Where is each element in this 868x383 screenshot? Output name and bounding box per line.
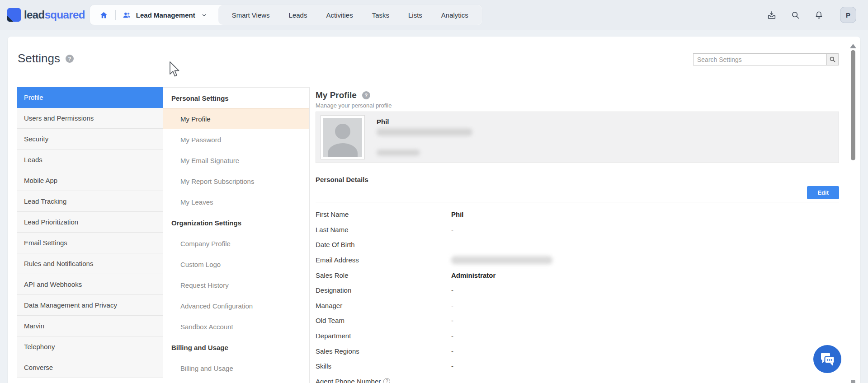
- person-silhouette-icon: [323, 118, 362, 157]
- my-profile-title: My Profile: [316, 90, 357, 100]
- scrollbar-thumb[interactable]: [851, 50, 855, 160]
- redacted-value: [451, 256, 552, 264]
- field-row: Old Team ? -: [316, 313, 839, 328]
- personal-details-title: Personal Details: [316, 176, 839, 183]
- settings-sidebar: Profile Users and Permissions Security L…: [17, 87, 163, 383]
- info-icon: ?: [383, 378, 390, 383]
- page-head: Settings ?: [8, 37, 860, 87]
- field-row: Sales Role ? Administrator: [316, 267, 839, 283]
- field-value: Administrator: [451, 271, 495, 279]
- profile-photo-placeholder[interactable]: [321, 115, 365, 159]
- field-value: -: [451, 362, 453, 370]
- field-row: Department ? -: [316, 328, 839, 344]
- field-label: Sales Regions ?: [316, 347, 451, 355]
- nav-item[interactable]: Leads: [289, 11, 307, 19]
- sidebar-item[interactable]: Security: [17, 129, 163, 149]
- field-value: -: [451, 317, 453, 324]
- nav-divider: [115, 10, 116, 20]
- notifications-bell-icon[interactable]: [814, 10, 824, 20]
- settings-menu-entry: Organization Settings: [163, 212, 309, 233]
- profile-name: Phil: [377, 118, 389, 126]
- settings-menu-entry[interactable]: My Password: [163, 129, 309, 150]
- field-row: First Name ? Phil: [316, 207, 839, 222]
- nav-left: Lead Management: [90, 5, 218, 25]
- my-profile-subtitle: Manage your personal profile: [316, 102, 839, 109]
- primary-nav: Lead Management Smart ViewsLeadsActiviti…: [90, 5, 482, 25]
- sidebar-item[interactable]: Rules and Notifications: [17, 253, 163, 274]
- workspace-label: Lead Management: [136, 11, 195, 19]
- field-label: First Name ?: [316, 210, 451, 218]
- sidebar-item[interactable]: Mobile App: [17, 170, 163, 191]
- sidebar-item[interactable]: Leads: [17, 149, 163, 170]
- settings-menu-entry[interactable]: My Email Signature: [163, 150, 309, 171]
- workspace-switcher[interactable]: Lead Management: [122, 10, 209, 20]
- field-value: -: [451, 226, 453, 234]
- sidebar-item[interactable]: Lead Prioritization: [17, 212, 163, 233]
- settings-menu-entry[interactable]: Billing and Usage: [163, 358, 309, 378]
- settings-menu-entry: Billing and Usage: [163, 337, 309, 358]
- sidebar-item[interactable]: Marvin: [17, 316, 163, 336]
- sidebar-item[interactable]: Email Settings: [17, 233, 163, 253]
- field-row: Sales Regions ? -: [316, 343, 839, 359]
- page-title: Settings ?: [18, 51, 74, 65]
- sidebar-item[interactable]: Users and Permissions: [17, 108, 163, 129]
- nav-item[interactable]: Lists: [408, 11, 422, 19]
- nav-item[interactable]: Activities: [326, 11, 353, 19]
- field-value: -: [451, 332, 453, 340]
- home-icon[interactable]: [99, 10, 109, 20]
- user-avatar[interactable]: P: [840, 7, 856, 23]
- scroll-up-arrow-icon[interactable]: [850, 41, 856, 48]
- my-profile-help-icon[interactable]: ?: [362, 91, 370, 99]
- scrollbar-bottom-nub: [851, 380, 855, 383]
- edit-button[interactable]: Edit: [807, 186, 839, 199]
- settings-columns: Profile Users and Permissions Security L…: [8, 87, 860, 383]
- settings-menu-entry[interactable]: My Leaves: [163, 192, 309, 212]
- field-row: Last Name ? -: [316, 222, 839, 238]
- settings-help-icon[interactable]: ?: [66, 55, 74, 63]
- leadsquared-logo[interactable]: leadsquared: [7, 8, 85, 22]
- field-value: -: [451, 286, 453, 294]
- settings-menu-entry[interactable]: My Profile: [163, 108, 309, 129]
- sidebar-item[interactable]: Lead Tracking: [17, 191, 163, 212]
- settings-menu-entry[interactable]: Advanced Configuration: [163, 295, 309, 316]
- leadsquared-logo-text: leadsquared: [24, 9, 85, 20]
- chat-launcher-button[interactable]: [813, 345, 841, 373]
- sidebar-item[interactable]: API and Webhooks: [17, 274, 163, 295]
- sidebar-item[interactable]: Converse: [17, 357, 163, 378]
- field-value: -: [451, 347, 453, 355]
- sidebar-item[interactable]: Profile: [17, 87, 163, 108]
- settings-menu: Personal Settings My Profile My Password…: [163, 87, 310, 383]
- my-profile-title-row: My Profile ?: [316, 90, 839, 100]
- search-settings: [693, 53, 839, 65]
- field-row: Designation ? -: [316, 283, 839, 298]
- search-settings-input[interactable]: [693, 53, 826, 65]
- search-icon[interactable]: [790, 10, 800, 20]
- field-label: Email Address ?: [316, 256, 451, 264]
- nav-item[interactable]: Analytics: [441, 11, 468, 19]
- settings-menu-entry[interactable]: Custom Logo: [163, 254, 309, 275]
- nav-item[interactable]: Tasks: [372, 11, 389, 19]
- details-divider: [316, 202, 839, 202]
- nav-item[interactable]: Smart Views: [232, 11, 270, 19]
- field-row: Date Of Birth ?: [316, 237, 839, 252]
- field-row: Manager ? -: [316, 298, 839, 313]
- sidebar-item[interactable]: Data Management and Privacy: [17, 295, 163, 316]
- profile-summary-card: Phil: [316, 112, 839, 163]
- redacted-detail: [377, 149, 420, 156]
- search-settings-button[interactable]: [826, 53, 839, 65]
- my-profile-panel: My Profile ? Manage your personal profil…: [310, 87, 860, 383]
- field-value: -: [451, 302, 453, 309]
- chevron-down-icon: [199, 10, 209, 20]
- sidebar-item[interactable]: Telephony: [17, 336, 163, 357]
- settings-menu-entry[interactable]: Company Profile: [163, 233, 309, 254]
- vertical-scrollbar: [849, 38, 857, 383]
- personal-details-fields: First Name ? Phil Last Name ?: [316, 207, 839, 383]
- settings-menu-entry[interactable]: Request History: [163, 275, 309, 295]
- field-label: Last Name ?: [316, 226, 451, 234]
- inbox-download-icon[interactable]: [767, 10, 777, 20]
- field-row: Email Address ?: [316, 252, 839, 268]
- settings-menu-entry[interactable]: My Report Subscriptions: [163, 171, 309, 192]
- settings-menu-entry[interactable]: Sandbox Account: [163, 316, 309, 337]
- nav-items: Smart ViewsLeadsActivitiesTasksListsAnal…: [218, 5, 482, 25]
- field-label: Department ?: [316, 332, 451, 340]
